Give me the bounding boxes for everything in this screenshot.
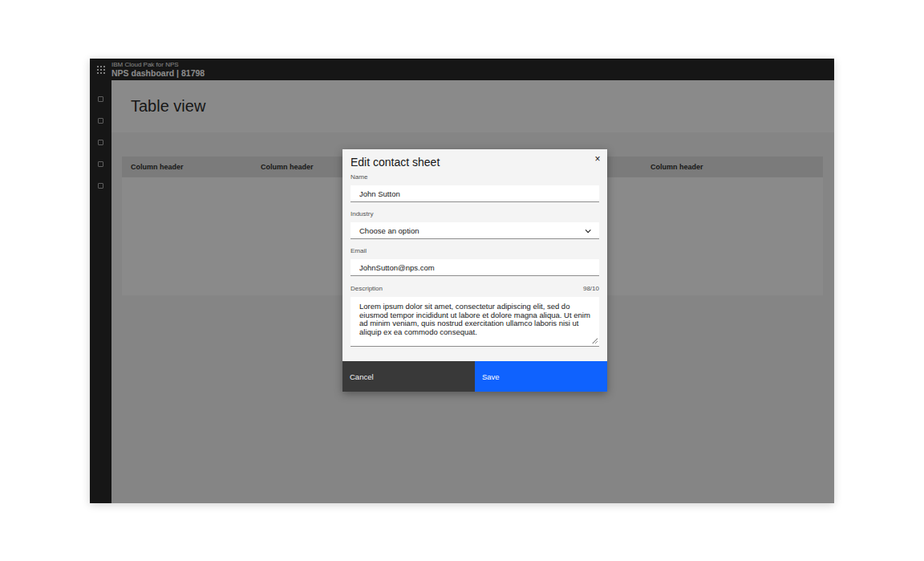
save-button[interactable]: Save <box>475 361 607 392</box>
name-label: Name <box>351 173 599 181</box>
close-button[interactable]: × <box>590 152 605 166</box>
description-label-row: Description 98/10 <box>351 285 599 292</box>
email-label: Email <box>351 247 599 254</box>
cancel-button[interactable]: Cancel <box>342 361 475 392</box>
industry-dropdown-value: Choose an option <box>359 226 419 235</box>
modal-title: Edit contact sheet <box>351 156 599 169</box>
name-input[interactable] <box>351 185 599 202</box>
description-textarea[interactable]: Lorem ipsum dolor sit amet, consectetur … <box>351 297 599 347</box>
close-icon: × <box>594 153 600 165</box>
industry-dropdown[interactable]: Choose an option <box>351 222 599 239</box>
description-textarea-wrap: Lorem ipsum dolor sit amet, consectetur … <box>351 297 599 347</box>
description-label: Description <box>351 285 383 292</box>
app-window: IBM Cloud Pak for NPS NPS dashboard | 81… <box>90 59 834 503</box>
chevron-down-icon <box>586 227 591 233</box>
modal-footer: Cancel Save <box>342 361 607 392</box>
email-input[interactable] <box>351 259 599 276</box>
edit-contact-modal: Edit contact sheet × Name Industry Choos… <box>342 149 607 392</box>
description-counter: 98/10 <box>583 285 599 292</box>
industry-label: Industry <box>351 210 599 217</box>
